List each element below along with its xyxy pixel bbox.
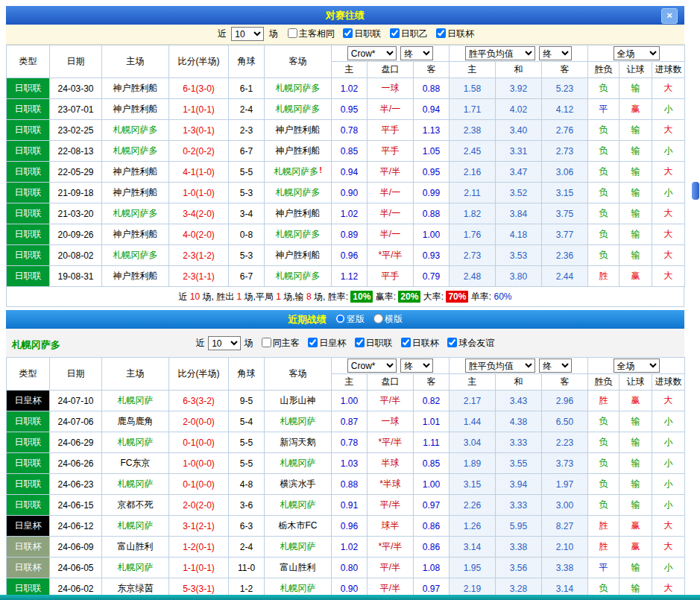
table-row: 日职联 24-03-30 神户胜利船 6-1(3-0) 6-1 札幌冈萨多 1.… [7,78,685,99]
h2h-filter-j2-league[interactable]: 日职乙 [388,28,428,39]
club-friendly-checkbox[interactable] [447,338,457,347]
j1-league-checkbox[interactable] [355,338,365,347]
score-cell[interactable]: 1-3(0-1) [169,120,229,141]
j1-league-checkbox[interactable] [343,28,353,38]
h2h-filter-same-venue[interactable]: 主客相同 [286,28,335,39]
vertical-radio[interactable] [335,314,345,323]
home-team-cell[interactable]: 札幌冈萨多 [102,203,169,224]
recent-filter-j1-league[interactable]: 日职联 [353,338,393,348]
away-team-cell[interactable]: 横滨水手 [265,474,332,495]
asian-final-select[interactable]: 终 [400,359,433,373]
away-team-cell[interactable]: 札幌冈萨 [265,453,332,474]
away-team-cell[interactable]: 札幌冈萨多 [265,224,332,245]
euro-final-select[interactable]: 终 [539,46,572,60]
league-cell: 日职联 [7,99,50,120]
home-team-cell[interactable]: 札幌冈萨多 [102,120,169,141]
away-team-cell[interactable]: 山形山神 [265,391,332,411]
h2h-filter-j1-league[interactable]: 日职联 [341,28,381,39]
score-cell[interactable]: 0-2(0-2) [169,141,229,162]
away-team-cell[interactable]: 新泻天鹅 [265,432,332,453]
away-team-cell[interactable]: 札幌冈萨多 [265,78,332,99]
handicap-result-cell: 输 [619,162,652,183]
away-team-cell[interactable]: 札幌冈萨多! [265,162,332,183]
emperors-cup-checkbox[interactable] [308,338,318,347]
away-team-cell[interactable]: 栃木市FC [265,516,332,537]
home-team-cell[interactable]: 神户胜利船 [102,183,169,203]
home-team-cell[interactable]: 札幌冈萨 [102,432,169,453]
away-team-cell[interactable]: 札幌冈萨 [265,537,332,558]
away-team-cell[interactable]: 札幌冈萨多 [265,99,332,120]
recent-filter-same-venue[interactable]: 同主客 [260,338,300,348]
layout-option-horizontal[interactable]: 横版 [372,313,403,326]
league-cup-checkbox[interactable] [401,338,411,347]
score-cell[interactable]: 1-1(0-1) [169,558,229,578]
home-team-cell[interactable]: FC东京 [102,453,169,474]
asian-final-select[interactable]: 终 [400,46,433,60]
home-team-cell[interactable]: 神户胜利船 [102,99,169,120]
recent-filter-club-friendly[interactable]: 球会友谊 [446,338,494,348]
home-team-cell[interactable]: 札幌冈萨多 [102,141,169,162]
home-team-cell[interactable]: 札幌冈萨 [102,474,169,495]
euro-company-select[interactable]: 胜平负均值 [465,359,535,373]
asian-company-select[interactable]: Crow* [347,46,397,60]
away-team-cell[interactable]: 札幌冈萨 [265,411,332,432]
scope-select[interactable]: 全场 [614,46,660,60]
recent-filter-emperors-cup[interactable]: 日皇杯 [306,338,346,348]
home-team-cell[interactable]: 神户胜利船 [102,162,169,183]
euro-company-select[interactable]: 胜平负均值 [465,46,535,60]
score-cell[interactable]: 3-4(2-0) [169,203,229,224]
home-team-cell[interactable]: 京都不死 [102,495,169,516]
handicap-cell: 半/一 [368,183,414,203]
score-cell[interactable]: 0-1(0-0) [169,432,229,453]
recent-games-select[interactable]: 10 [208,336,241,350]
score-cell[interactable]: 6-1(3-0) [169,78,229,99]
score-cell[interactable]: 1-0(1-0) [169,183,229,203]
score-cell[interactable]: 2-3(1-2) [169,245,229,266]
home-team-cell[interactable]: 鹿岛鹿角 [102,411,169,432]
score-cell[interactable]: 2-0(2-0) [169,495,229,516]
home-team-cell[interactable]: 札幌冈萨 [102,516,169,537]
away-team-cell[interactable]: 札幌冈萨多 [265,183,332,203]
euro-final-select[interactable]: 终 [539,359,572,373]
score-cell[interactable]: 4-1(1-0) [169,162,229,183]
j2-league-checkbox[interactable] [390,28,400,38]
home-team-cell[interactable]: 神户胜利船 [102,78,169,99]
away-team-cell[interactable]: 神户胜利船 [265,203,332,224]
close-button[interactable]: × [661,8,678,24]
home-team-cell[interactable]: 富山胜利 [102,537,169,558]
away-team-cell[interactable]: 神户胜利船 [265,141,332,162]
asian-company-select[interactable]: Crow* [347,359,397,373]
away-team-cell[interactable]: 神户胜利船 [265,120,332,141]
home-team-cell[interactable]: 神户胜利船 [102,224,169,245]
home-team-cell[interactable]: 神户胜利船 [102,266,169,287]
score-cell[interactable]: 0-1(0-0) [169,474,229,495]
score-cell[interactable]: 2-3(1-1) [169,266,229,287]
away-team-cell[interactable]: 札幌冈萨多 [265,266,332,287]
score-cell[interactable]: 1-2(0-1) [169,537,229,558]
h2h-filter-league-cup[interactable]: 日联杯 [435,28,474,39]
same-venue-checkbox[interactable] [262,338,271,347]
away-team-cell[interactable]: 札幌冈萨 [265,495,332,516]
h2h-games-select[interactable]: 10 [231,27,264,41]
score-cell[interactable]: 2-0(0-0) [169,411,229,432]
score-cell[interactable]: 4-0(2-0) [169,224,229,245]
score-cell[interactable]: 6-3(3-2) [169,391,229,411]
layout-option-vertical[interactable]: 竖版 [334,313,365,326]
home-team-cell[interactable]: 札幌冈萨多 [102,245,169,266]
goals-result-cell: 大 [652,162,685,183]
home-team-cell[interactable]: 札幌冈萨 [102,558,169,578]
score-cell[interactable]: 3-1(2-1) [169,516,229,537]
score-cell[interactable]: 1-0(0-0) [169,453,229,474]
home-team-cell[interactable]: 札幌冈萨 [102,391,169,411]
same-venue-checkbox[interactable] [288,28,297,38]
score-cell[interactable]: 1-1(0-1) [169,99,229,120]
asian-home-odds-cell: 1.02 [332,78,368,99]
corner-cell: 6-3 [229,516,265,537]
away-team-cell[interactable]: 神户胜利船 [265,245,332,266]
scope-select[interactable]: 全场 [614,359,660,373]
league-cup-checkbox[interactable] [436,28,446,38]
recent-filter-league-cup[interactable]: 日联杯 [400,338,439,348]
horizontal-radio[interactable] [373,314,383,323]
vertical-scrollbar-thumb[interactable] [692,182,699,200]
away-team-cell[interactable]: 富山胜利 [265,558,332,578]
